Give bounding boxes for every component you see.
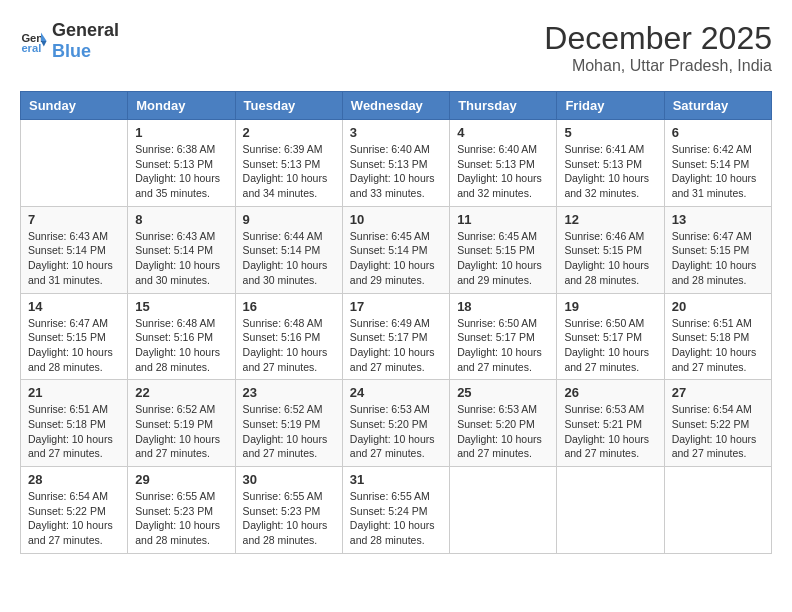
calendar-day-7: 7Sunrise: 6:43 AMSunset: 5:14 PMDaylight…: [21, 206, 128, 293]
calendar-week-row: 7Sunrise: 6:43 AMSunset: 5:14 PMDaylight…: [21, 206, 772, 293]
day-info: Sunrise: 6:52 AMSunset: 5:19 PMDaylight:…: [135, 402, 227, 461]
day-number: 10: [350, 212, 442, 227]
calendar-week-row: 21Sunrise: 6:51 AMSunset: 5:18 PMDayligh…: [21, 380, 772, 467]
logo: Gen eral General Blue: [20, 20, 119, 62]
day-info: Sunrise: 6:44 AMSunset: 5:14 PMDaylight:…: [243, 229, 335, 288]
day-number: 7: [28, 212, 120, 227]
day-info: Sunrise: 6:50 AMSunset: 5:17 PMDaylight:…: [457, 316, 549, 375]
svg-marker-2: [41, 33, 47, 41]
empty-cell: [557, 467, 664, 554]
day-number: 12: [564, 212, 656, 227]
day-info: Sunrise: 6:41 AMSunset: 5:13 PMDaylight:…: [564, 142, 656, 201]
day-info: Sunrise: 6:55 AMSunset: 5:23 PMDaylight:…: [135, 489, 227, 548]
day-number: 2: [243, 125, 335, 140]
calendar-header-row: SundayMondayTuesdayWednesdayThursdayFrid…: [21, 92, 772, 120]
calendar-day-6: 6Sunrise: 6:42 AMSunset: 5:14 PMDaylight…: [664, 120, 771, 207]
month-title: December 2025: [544, 20, 772, 57]
day-info: Sunrise: 6:47 AMSunset: 5:15 PMDaylight:…: [672, 229, 764, 288]
day-info: Sunrise: 6:48 AMSunset: 5:16 PMDaylight:…: [135, 316, 227, 375]
day-info: Sunrise: 6:53 AMSunset: 5:21 PMDaylight:…: [564, 402, 656, 461]
day-number: 4: [457, 125, 549, 140]
day-number: 21: [28, 385, 120, 400]
day-number: 25: [457, 385, 549, 400]
day-info: Sunrise: 6:40 AMSunset: 5:13 PMDaylight:…: [350, 142, 442, 201]
day-info: Sunrise: 6:46 AMSunset: 5:15 PMDaylight:…: [564, 229, 656, 288]
day-info: Sunrise: 6:50 AMSunset: 5:17 PMDaylight:…: [564, 316, 656, 375]
day-info: Sunrise: 6:53 AMSunset: 5:20 PMDaylight:…: [457, 402, 549, 461]
calendar-day-17: 17Sunrise: 6:49 AMSunset: 5:17 PMDayligh…: [342, 293, 449, 380]
day-number: 6: [672, 125, 764, 140]
day-info: Sunrise: 6:49 AMSunset: 5:17 PMDaylight:…: [350, 316, 442, 375]
day-number: 29: [135, 472, 227, 487]
day-number: 16: [243, 299, 335, 314]
day-info: Sunrise: 6:55 AMSunset: 5:23 PMDaylight:…: [243, 489, 335, 548]
day-info: Sunrise: 6:42 AMSunset: 5:14 PMDaylight:…: [672, 142, 764, 201]
day-number: 22: [135, 385, 227, 400]
calendar-table: SundayMondayTuesdayWednesdayThursdayFrid…: [20, 91, 772, 554]
empty-cell: [664, 467, 771, 554]
day-number: 30: [243, 472, 335, 487]
calendar-day-1: 1Sunrise: 6:38 AMSunset: 5:13 PMDaylight…: [128, 120, 235, 207]
day-info: Sunrise: 6:54 AMSunset: 5:22 PMDaylight:…: [672, 402, 764, 461]
day-number: 15: [135, 299, 227, 314]
calendar-day-30: 30Sunrise: 6:55 AMSunset: 5:23 PMDayligh…: [235, 467, 342, 554]
calendar-day-23: 23Sunrise: 6:52 AMSunset: 5:19 PMDayligh…: [235, 380, 342, 467]
logo-general-text: General: [52, 20, 119, 40]
day-number: 5: [564, 125, 656, 140]
day-header-thursday: Thursday: [450, 92, 557, 120]
calendar-day-2: 2Sunrise: 6:39 AMSunset: 5:13 PMDaylight…: [235, 120, 342, 207]
day-info: Sunrise: 6:43 AMSunset: 5:14 PMDaylight:…: [135, 229, 227, 288]
calendar-day-11: 11Sunrise: 6:45 AMSunset: 5:15 PMDayligh…: [450, 206, 557, 293]
day-number: 24: [350, 385, 442, 400]
day-number: 8: [135, 212, 227, 227]
day-info: Sunrise: 6:48 AMSunset: 5:16 PMDaylight:…: [243, 316, 335, 375]
day-header-sunday: Sunday: [21, 92, 128, 120]
calendar-day-29: 29Sunrise: 6:55 AMSunset: 5:23 PMDayligh…: [128, 467, 235, 554]
day-info: Sunrise: 6:47 AMSunset: 5:15 PMDaylight:…: [28, 316, 120, 375]
calendar-day-10: 10Sunrise: 6:45 AMSunset: 5:14 PMDayligh…: [342, 206, 449, 293]
calendar-day-13: 13Sunrise: 6:47 AMSunset: 5:15 PMDayligh…: [664, 206, 771, 293]
day-info: Sunrise: 6:45 AMSunset: 5:15 PMDaylight:…: [457, 229, 549, 288]
calendar-day-14: 14Sunrise: 6:47 AMSunset: 5:15 PMDayligh…: [21, 293, 128, 380]
page-header: Gen eral General Blue December 2025 Moha…: [20, 20, 772, 75]
day-number: 28: [28, 472, 120, 487]
day-number: 19: [564, 299, 656, 314]
day-header-monday: Monday: [128, 92, 235, 120]
calendar-day-3: 3Sunrise: 6:40 AMSunset: 5:13 PMDaylight…: [342, 120, 449, 207]
day-number: 23: [243, 385, 335, 400]
day-number: 1: [135, 125, 227, 140]
day-info: Sunrise: 6:51 AMSunset: 5:18 PMDaylight:…: [28, 402, 120, 461]
day-info: Sunrise: 6:38 AMSunset: 5:13 PMDaylight:…: [135, 142, 227, 201]
day-info: Sunrise: 6:55 AMSunset: 5:24 PMDaylight:…: [350, 489, 442, 548]
calendar-week-row: 28Sunrise: 6:54 AMSunset: 5:22 PMDayligh…: [21, 467, 772, 554]
day-info: Sunrise: 6:40 AMSunset: 5:13 PMDaylight:…: [457, 142, 549, 201]
day-number: 14: [28, 299, 120, 314]
day-number: 11: [457, 212, 549, 227]
calendar-day-19: 19Sunrise: 6:50 AMSunset: 5:17 PMDayligh…: [557, 293, 664, 380]
calendar-day-24: 24Sunrise: 6:53 AMSunset: 5:20 PMDayligh…: [342, 380, 449, 467]
day-number: 9: [243, 212, 335, 227]
title-area: December 2025 Mohan, Uttar Pradesh, Indi…: [544, 20, 772, 75]
calendar-day-15: 15Sunrise: 6:48 AMSunset: 5:16 PMDayligh…: [128, 293, 235, 380]
day-info: Sunrise: 6:53 AMSunset: 5:20 PMDaylight:…: [350, 402, 442, 461]
calendar-day-27: 27Sunrise: 6:54 AMSunset: 5:22 PMDayligh…: [664, 380, 771, 467]
calendar-week-row: 14Sunrise: 6:47 AMSunset: 5:15 PMDayligh…: [21, 293, 772, 380]
day-number: 26: [564, 385, 656, 400]
day-number: 13: [672, 212, 764, 227]
calendar-day-18: 18Sunrise: 6:50 AMSunset: 5:17 PMDayligh…: [450, 293, 557, 380]
day-info: Sunrise: 6:52 AMSunset: 5:19 PMDaylight:…: [243, 402, 335, 461]
day-header-tuesday: Tuesday: [235, 92, 342, 120]
calendar-day-28: 28Sunrise: 6:54 AMSunset: 5:22 PMDayligh…: [21, 467, 128, 554]
logo-blue-text: Blue: [52, 41, 91, 61]
day-info: Sunrise: 6:51 AMSunset: 5:18 PMDaylight:…: [672, 316, 764, 375]
day-number: 27: [672, 385, 764, 400]
logo-icon: Gen eral: [20, 27, 48, 55]
calendar-day-26: 26Sunrise: 6:53 AMSunset: 5:21 PMDayligh…: [557, 380, 664, 467]
svg-text:eral: eral: [21, 42, 41, 54]
location-title: Mohan, Uttar Pradesh, India: [544, 57, 772, 75]
calendar-day-4: 4Sunrise: 6:40 AMSunset: 5:13 PMDaylight…: [450, 120, 557, 207]
day-header-saturday: Saturday: [664, 92, 771, 120]
day-header-friday: Friday: [557, 92, 664, 120]
day-number: 17: [350, 299, 442, 314]
day-info: Sunrise: 6:43 AMSunset: 5:14 PMDaylight:…: [28, 229, 120, 288]
